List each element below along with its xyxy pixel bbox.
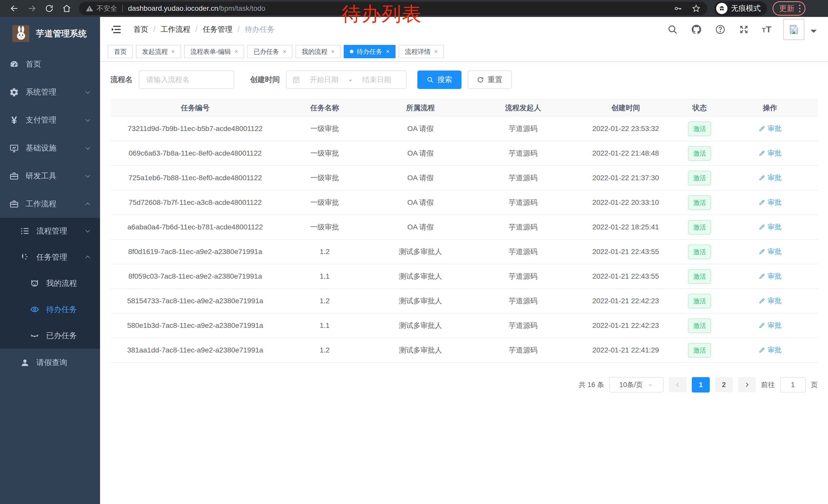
cell-process: OA 请假	[369, 190, 472, 215]
sidebar-item-infrastructure[interactable]: 基础设施	[0, 134, 100, 162]
sidebar-item-leave-query[interactable]: 请假查询	[0, 349, 100, 377]
sidebar-item-todo-tasks[interactable]: 待办任务	[0, 296, 100, 322]
process-name-input[interactable]	[139, 71, 234, 89]
avatar[interactable]	[783, 19, 804, 40]
approve-link[interactable]: 审批	[758, 272, 782, 281]
tab-close-icon[interactable]: ×	[283, 48, 286, 55]
app-logo	[12, 25, 29, 42]
update-button[interactable]: 更新	[773, 1, 805, 16]
tab-close-icon[interactable]: ×	[331, 48, 334, 55]
end-date-placeholder: 结束日期	[353, 75, 401, 85]
sidebar-item-process-management[interactable]: 流程管理	[0, 218, 100, 244]
status-badge: 激活	[688, 220, 711, 235]
col-task-name: 任务名称	[280, 99, 369, 117]
todo-task-table: 任务编号 任务名称 所属流程 流程发起人 创建时间 状态 操作 73211d9d…	[110, 99, 818, 363]
password-key-icon[interactable]	[673, 4, 682, 13]
table-row: 069c6a63-7b8a-11ec-8ef0-acde48001122 一级审…	[110, 141, 818, 166]
breadcrumb-workflow[interactable]: 工作流程	[161, 25, 190, 35]
browser-back-icon[interactable]	[6, 1, 23, 16]
tab-start-process[interactable]: 发起流程×	[136, 45, 181, 58]
table-row: 58154733-7ac8-11ec-a9e2-a2380e71991a 1.2…	[110, 289, 818, 313]
sidebar-item-system[interactable]: 系统管理	[0, 78, 100, 106]
table-header-row: 任务编号 任务名称 所属流程 流程发起人 创建时间 状态 操作	[110, 99, 818, 117]
goto-page-input[interactable]	[780, 377, 806, 393]
tab-process-detail[interactable]: 流程详情×	[399, 45, 444, 58]
sidebar-fold-icon[interactable]	[110, 24, 122, 35]
search-button[interactable]: 搜索	[417, 71, 461, 89]
edit-pencil-icon	[758, 347, 765, 353]
cell-process: 测试多审批人	[369, 264, 472, 289]
eye-closed-icon	[30, 331, 40, 340]
browser-home-icon[interactable]	[58, 1, 75, 16]
goto-label: 前往	[761, 380, 775, 390]
breadcrumb-current: 待办任务	[245, 25, 275, 35]
approve-link[interactable]: 审批	[758, 148, 782, 158]
avatar-dropdown-caret-icon[interactable]	[811, 30, 817, 36]
col-create-time: 创建时间	[574, 99, 677, 117]
prev-page-button[interactable]	[669, 377, 687, 393]
github-icon[interactable]	[691, 24, 702, 35]
fullscreen-icon[interactable]	[739, 24, 749, 35]
tab-process-form-edit[interactable]: 流程表单-编辑×	[184, 45, 244, 58]
tab-home[interactable]: 首页	[108, 45, 133, 58]
tab-done-tasks[interactable]: 已办任务×	[247, 45, 292, 58]
page-url: dashboard.yudao.iocoder.cn/bpm/task/todo	[128, 4, 265, 12]
cell-process: OA 请假	[369, 215, 472, 239]
table-row: 381aa1dd-7ac8-11ec-a9e2-a2380e71991a 1.2…	[110, 338, 818, 363]
approve-link[interactable]: 审批	[758, 296, 782, 305]
sidebar-item-done-tasks[interactable]: 已办任务	[0, 322, 100, 349]
calendar-icon	[292, 76, 300, 84]
sidebar-item-task-management[interactable]: 任务管理	[0, 244, 100, 270]
approve-link[interactable]: 审批	[758, 222, 782, 231]
cell-task-name: 一级审批	[280, 141, 369, 166]
bookmark-star-icon[interactable]	[692, 4, 701, 13]
breadcrumb-home[interactable]: 首页	[133, 25, 148, 35]
approve-link[interactable]: 审批	[758, 173, 782, 182]
cell-task-id: 75d72608-7b7f-11ec-a3c8-acde48001122	[110, 190, 280, 215]
pagination: 共 16 条 10条/页 1 2 前往 页	[110, 377, 818, 393]
tab-close-icon[interactable]: ×	[171, 48, 175, 55]
edit-pencil-icon	[758, 150, 765, 156]
browser-forward-icon[interactable]	[23, 1, 41, 16]
tab-my-process[interactable]: 我的流程×	[295, 45, 341, 58]
sidebar-item-my-process[interactable]: 我的流程	[0, 270, 100, 296]
face-icon	[30, 278, 40, 288]
tab-close-icon[interactable]: ×	[386, 48, 389, 55]
browser-menu-icon[interactable]	[799, 5, 800, 12]
font-size-icon[interactable]: TT	[762, 25, 772, 34]
page-size-select[interactable]: 10条/页	[609, 377, 664, 393]
page-2-button[interactable]: 2	[715, 377, 733, 393]
next-page-button[interactable]	[738, 377, 756, 393]
cell-process: 测试多审批人	[369, 313, 472, 338]
edit-pencil-icon	[758, 297, 765, 304]
breadcrumb-task-management[interactable]: 任务管理	[203, 25, 233, 35]
chevron-up-icon	[84, 200, 91, 208]
search-icon[interactable]	[667, 24, 678, 35]
eye-open-icon	[30, 305, 40, 314]
broken-image-icon	[788, 24, 799, 35]
approve-link[interactable]: 审批	[758, 321, 782, 330]
tab-close-icon[interactable]: ×	[434, 48, 438, 55]
cell-starter: 芋道源码	[472, 289, 574, 313]
approve-link[interactable]: 审批	[758, 345, 782, 355]
sidebar-item-home[interactable]: 首页	[0, 50, 100, 78]
chevron-up-icon	[84, 254, 91, 261]
tab-close-icon[interactable]: ×	[235, 48, 238, 55]
sidebar-item-payment[interactable]: ¥ 支付管理	[0, 106, 100, 134]
approve-link[interactable]: 审批	[758, 247, 782, 256]
sidebar-item-devtools[interactable]: 研发工具	[0, 162, 100, 190]
reset-button[interactable]: 重置	[468, 71, 512, 89]
page-1-button[interactable]: 1	[692, 377, 710, 393]
cell-starter: 芋道源码	[472, 264, 574, 289]
approve-link[interactable]: 审批	[758, 198, 782, 207]
sidebar-item-workflow[interactable]: 工作流程	[0, 190, 100, 218]
date-range-picker[interactable]: 开始日期 - 结束日期	[286, 71, 407, 89]
browser-reload-icon[interactable]	[41, 1, 58, 16]
help-icon[interactable]	[715, 24, 726, 35]
cell-starter: 芋道源码	[472, 166, 574, 190]
cell-create-time: 2022-01-21 22:42:23	[574, 289, 677, 313]
tab-todo-tasks[interactable]: 待办任务×	[344, 45, 396, 58]
start-date-placeholder: 开始日期	[300, 75, 347, 85]
approve-link[interactable]: 审批	[758, 124, 782, 133]
cell-task-id: 58154733-7ac8-11ec-a9e2-a2380e71991a	[110, 289, 280, 313]
